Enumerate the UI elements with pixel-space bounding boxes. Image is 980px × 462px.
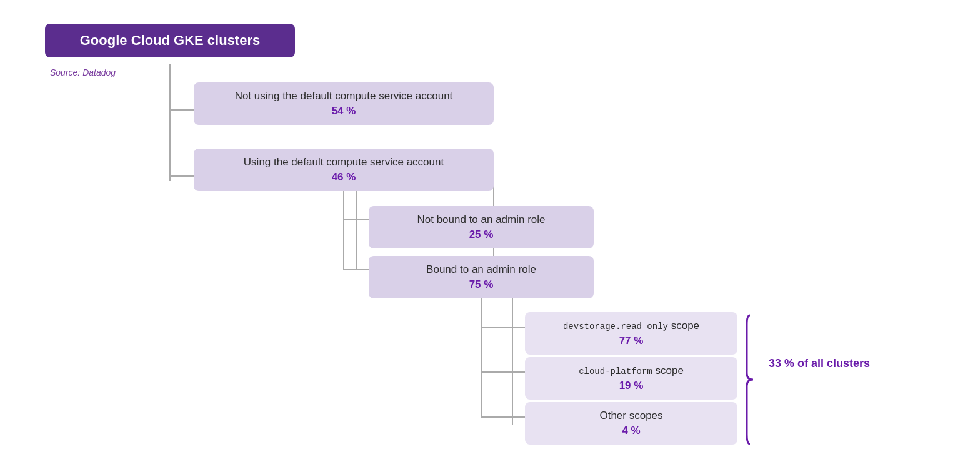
node-not-bound-admin-pct: 25 %	[381, 229, 581, 241]
node-cloud-platform-title: cloud-platform scope	[538, 365, 725, 377]
node-using-default-sa: Using the default compute service accoun…	[194, 149, 494, 191]
root-label: Google Cloud GKE clusters	[80, 32, 260, 48]
node-not-default-sa-title: Not using the default compute service ac…	[206, 90, 481, 102]
node-devstorage-pct: 77 %	[538, 335, 725, 347]
node-bound-admin: Bound to an admin role 75 %	[369, 256, 594, 298]
node-using-default-sa-title: Using the default compute service accoun…	[206, 156, 481, 169]
annotation-label: 33 % of all clusters	[769, 357, 870, 370]
node-devstorage: devstorage.read_only scope 77 %	[525, 312, 738, 355]
node-cloud-platform: cloud-platform scope 19 %	[525, 357, 738, 400]
node-not-default-sa: Not using the default compute service ac…	[194, 82, 494, 125]
node-bound-admin-pct: 75 %	[381, 278, 581, 291]
node-bound-admin-title: Bound to an admin role	[381, 263, 581, 276]
node-cloud-platform-mono: cloud-platform	[579, 366, 652, 376]
node-other-scopes: Other scopes 4 %	[525, 402, 738, 445]
source-label: Source: Datadog	[50, 67, 116, 77]
node-using-default-sa-pct: 46 %	[206, 171, 481, 184]
node-other-scopes-title: Other scopes	[538, 410, 725, 422]
node-not-bound-admin: Not bound to an admin role 25 %	[369, 206, 594, 248]
node-not-default-sa-pct: 54 %	[206, 105, 481, 117]
node-cloud-platform-suffix: scope	[652, 365, 684, 376]
node-not-bound-admin-title: Not bound to an admin role	[381, 214, 581, 226]
node-devstorage-title: devstorage.read_only scope	[538, 320, 725, 332]
node-devstorage-mono: devstorage.read_only	[563, 322, 668, 332]
node-devstorage-suffix: scope	[668, 320, 699, 332]
root-node: Google Cloud GKE clusters	[45, 24, 295, 57]
node-cloud-platform-pct: 19 %	[538, 380, 725, 392]
diagram-container: Google Cloud GKE clusters Source: Datado…	[0, 0, 980, 462]
node-other-scopes-pct: 4 %	[538, 425, 725, 437]
bracket-svg	[744, 312, 762, 447]
